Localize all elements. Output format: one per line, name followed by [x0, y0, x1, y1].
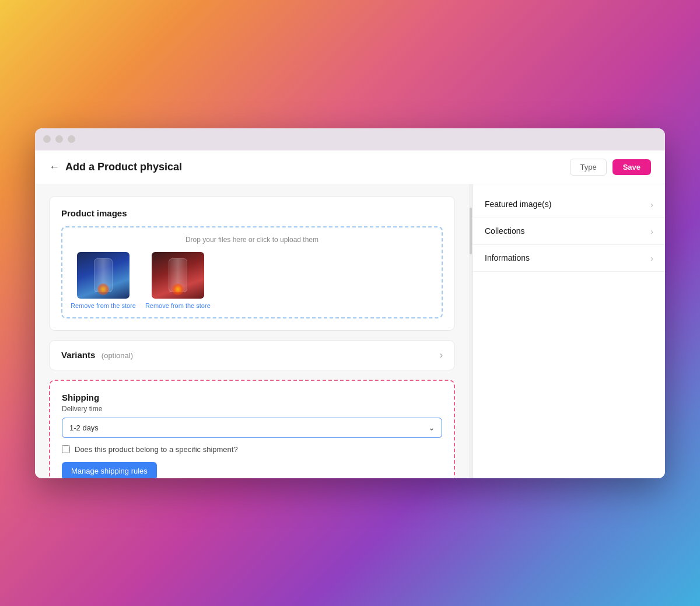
specific-shipment-checkbox[interactable]: [62, 445, 70, 453]
upload-hint: Drop your files here or click to upload …: [71, 236, 433, 244]
sidebar-item-informations-label: Informations: [485, 253, 530, 262]
delivery-select-wrapper: 1-2 days 3-5 days 1 week 2 weeks ⌄: [62, 418, 442, 438]
variants-card[interactable]: Variants (optional) ›: [49, 340, 455, 370]
sidebar-item-featured-label: Featured image(s): [485, 199, 551, 209]
fire-glow-2: [172, 283, 184, 295]
page-header: ← Add a Product physical Type Save: [35, 150, 665, 184]
specific-shipment-row: Does this product belong to a specific s…: [62, 445, 442, 454]
browser-content: ← Add a Product physical Type Save Produ…: [35, 150, 665, 478]
sidebar-item-collections-label: Collections: [485, 226, 524, 236]
product-image-2: [152, 252, 204, 299]
page-body: Product images Drop your files here or c…: [35, 184, 665, 478]
shipping-title: Shipping: [62, 393, 442, 402]
page-title: Add a Product physical: [65, 161, 182, 173]
scrollbar-divider: [469, 184, 473, 478]
product-images-card: Product images Drop your files here or c…: [49, 196, 455, 331]
variants-chevron-icon: ›: [440, 350, 443, 360]
sidebar-item-informations[interactable]: Informations ›: [473, 245, 665, 272]
browser-window: ← Add a Product physical Type Save Produ…: [35, 128, 665, 478]
sidebar-chevron-featured-icon: ›: [650, 199, 653, 209]
variants-optional: (optional): [102, 351, 133, 360]
back-button[interactable]: ←: [49, 161, 60, 173]
shipping-card: Shipping Delivery time 1-2 days 3-5 days…: [49, 380, 455, 478]
page-header-left: ← Add a Product physical: [49, 161, 182, 173]
browser-titlebar: [35, 128, 665, 150]
sidebar-column: Featured image(s) › Collections › Inform…: [473, 184, 665, 478]
dot-green: [68, 135, 75, 143]
images-row: Remove from the store Remove from the st…: [71, 252, 433, 309]
image-item-2: Remove from the store: [145, 252, 211, 309]
remove-image-2[interactable]: Remove from the store: [145, 302, 211, 309]
sidebar-chevron-informations-icon: ›: [650, 253, 653, 263]
dot-red: [43, 135, 51, 143]
type-button[interactable]: Type: [570, 159, 606, 176]
main-column: Product images Drop your files here or c…: [35, 184, 469, 478]
header-actions: Type Save: [570, 159, 651, 176]
sidebar-chevron-collections-icon: ›: [650, 226, 653, 236]
variants-title-group: Variants (optional): [61, 350, 133, 360]
remove-image-1[interactable]: Remove from the store: [71, 302, 136, 309]
specific-shipment-label: Does this product belong to a specific s…: [75, 445, 238, 454]
save-button[interactable]: Save: [612, 159, 651, 175]
image-item-1: Remove from the store: [71, 252, 136, 309]
product-images-title: Product images: [61, 208, 443, 218]
manage-shipping-button[interactable]: Manage shipping rules: [62, 462, 157, 478]
sidebar-item-collections[interactable]: Collections ›: [473, 218, 665, 245]
dot-yellow: [55, 135, 63, 143]
sidebar-item-featured-images[interactable]: Featured image(s) ›: [473, 191, 665, 218]
variants-title: Variants: [61, 350, 95, 360]
fire-glow-1: [97, 283, 109, 295]
delivery-select[interactable]: 1-2 days 3-5 days 1 week 2 weeks: [62, 418, 442, 438]
delivery-label: Delivery time: [62, 405, 442, 413]
product-image-1: [77, 252, 130, 299]
upload-area[interactable]: Drop your files here or click to upload …: [61, 226, 443, 318]
scrollbar-thumb[interactable]: [470, 208, 472, 254]
